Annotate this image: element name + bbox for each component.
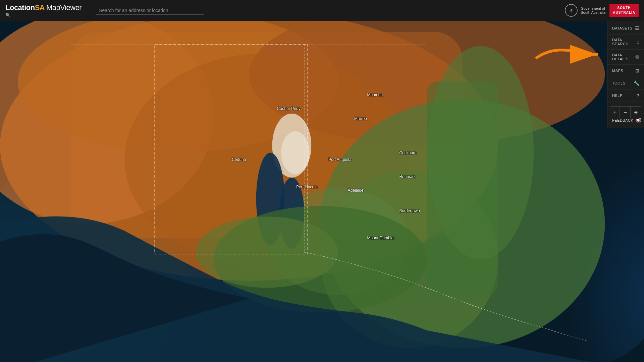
maps-icon: ⊞ <box>635 68 639 73</box>
sidebar-item-tools[interactable]: TOOLS 🔧 <box>607 77 644 89</box>
gov-emblem-icon: ⚜ <box>565 4 578 17</box>
logo-search-icon: 🔍 <box>5 13 10 17</box>
data-search-icon: ⌕ <box>637 39 639 45</box>
sidebar: DATASETS ☰ DATA SEARCH ⌕ DATA DETAILS MA… <box>607 21 644 128</box>
sidebar-item-maps[interactable]: MAPS ⊞ <box>607 65 644 77</box>
sidebar-item-data-details[interactable]: DATA DETAILS <box>607 50 644 65</box>
sidebar-item-datasets[interactable]: DATASETS ☰ <box>607 22 644 35</box>
svg-point-22 <box>427 46 534 259</box>
search-input[interactable] <box>96 6 210 14</box>
header: LocationSA MapViewer 🔍 ⚜ Government of S… <box>0 0 644 21</box>
zoom-in-button[interactable]: + <box>610 107 620 118</box>
logo-location: Location <box>5 3 35 12</box>
help-icon: ? <box>636 93 639 98</box>
zoom-out-button[interactable]: − <box>621 107 630 118</box>
zoom-controls: + − ⊕ <box>610 106 641 118</box>
data-details-icon <box>635 55 639 59</box>
sidebar-item-help[interactable]: HELP ? <box>607 89 644 102</box>
datasets-icon: ☰ <box>635 25 639 31</box>
gov-logo-area: ⚜ Government of South Australia SOUTHAUS… <box>565 4 639 17</box>
gov-logo: ⚜ Government of South Australia <box>565 4 605 17</box>
map-container[interactable]: Moomba Coober Pedy Marree Ceduna Port Au… <box>0 21 644 362</box>
zoom-extent-button[interactable]: ⊕ <box>631 107 641 118</box>
map-background <box>0 21 644 362</box>
svg-text:⚜: ⚜ <box>569 8 574 13</box>
gov-text: Government of South Australia <box>581 6 605 14</box>
logo-sa: SA <box>35 3 45 12</box>
logo-text: LocationSA MapViewer <box>5 3 82 12</box>
sa-state-badge: SOUTHAUSTRALIA <box>609 4 639 17</box>
svg-point-20 <box>196 217 338 288</box>
svg-point-13 <box>281 131 310 174</box>
sidebar-item-data-search[interactable]: DATA SEARCH ⌕ <box>607 35 644 50</box>
logo-mapviewer: MapViewer <box>46 3 82 12</box>
feedback-icon: 📢 <box>635 118 641 123</box>
logo-area: LocationSA MapViewer 🔍 <box>5 3 82 17</box>
tools-icon: 🔧 <box>634 80 639 86</box>
